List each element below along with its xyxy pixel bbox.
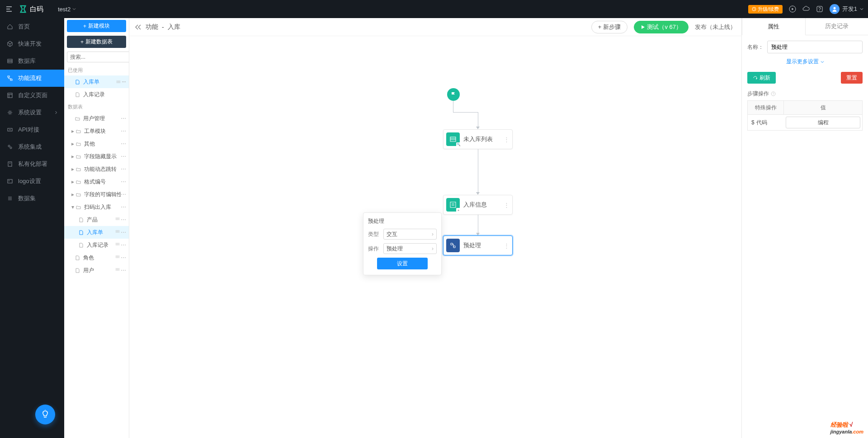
sidebar-item-dataset[interactable]: 数据集 (0, 190, 64, 207)
tree-item[interactable]: ▸工单模块⋯ (64, 125, 129, 137)
file-icon (75, 255, 81, 260)
collapse-button[interactable] (135, 24, 142, 30)
help-icon[interactable]: ? (816, 5, 823, 13)
col-value: 值 (784, 101, 862, 114)
tab-history[interactable]: 历史记录 (806, 18, 868, 35)
project-selector[interactable]: test2 (58, 6, 76, 13)
item-actions[interactable] (116, 80, 126, 84)
brand-logo[interactable]: 白码 (19, 5, 43, 14)
folder-icon (76, 205, 82, 210)
tree-item[interactable]: 入库单 ⋯ (64, 226, 129, 239)
caret-down-icon (72, 7, 76, 11)
more-icon[interactable]: ⋮ (504, 136, 509, 143)
sidebar-item-private[interactable]: 私有化部署 (0, 155, 64, 173)
caret-right-icon[interactable]: ▸ (71, 128, 75, 134)
caret-right-icon[interactable]: ▸ (71, 153, 75, 160)
menu-toggle-icon[interactable] (5, 5, 14, 14)
tree-item[interactable]: ▾扫码出入库⋯ (64, 201, 129, 213)
item-actions[interactable]: ⋯ (115, 267, 126, 273)
flow-canvas[interactable]: 🔍 未入库列表 ⋮ + 入库信息 ⋮ 预处理 ⋮ (129, 36, 741, 438)
cloud-icon[interactable] (802, 5, 810, 13)
tree-item[interactable]: 入库记录 ⋯ (64, 239, 129, 251)
caret-down-icon[interactable]: ▾ (71, 204, 75, 210)
more-icon[interactable]: ⋯ (121, 128, 126, 134)
sidebar-item-database[interactable]: 数据库 (0, 52, 64, 70)
used-item[interactable]: 入库单 (64, 75, 129, 88)
tree-item[interactable]: 产品 ⋯ (64, 213, 129, 226)
tree-item[interactable]: 用户 ⋯ (64, 264, 129, 277)
cube-icon (6, 40, 14, 47)
more-icon[interactable]: ⋯ (121, 191, 126, 198)
tree-item[interactable]: 角色 ⋯ (64, 251, 129, 264)
new-module-button[interactable]: +新建模块 (67, 20, 126, 32)
test-button[interactable]: 测试（v 67） (634, 21, 689, 33)
sidebar-item-settings[interactable]: 系统设置 (0, 104, 64, 121)
reset-button[interactable]: 重置 (841, 72, 863, 84)
chevron-right-icon (54, 111, 58, 114)
col-special: 特殊操作 (748, 101, 784, 114)
item-actions[interactable]: ⋯ (115, 242, 126, 248)
more-icon[interactable]: ⋯ (121, 204, 126, 210)
sidebar-item-integration[interactable]: 系统集成 (0, 138, 64, 155)
item-actions[interactable]: ⋯ (115, 229, 126, 235)
operation-select[interactable]: 预处理› (383, 243, 437, 254)
flow-node-preprocess[interactable]: 预处理 ⋮ (443, 235, 513, 255)
show-more-link[interactable]: 显示更多设置 (747, 58, 863, 66)
upgrade-button[interactable]: 升级/续费 (748, 5, 783, 14)
svg-point-4 (833, 7, 835, 9)
popup-title: 预处理 (368, 217, 437, 225)
refresh-button[interactable]: 刷新 (747, 72, 776, 84)
more-icon[interactable]: ⋯ (121, 141, 126, 147)
type-select[interactable]: 交互› (383, 229, 437, 240)
caret-right-icon[interactable]: ▸ (71, 141, 75, 147)
user-menu[interactable]: 开发1 (830, 4, 863, 14)
programming-button[interactable]: 编程 (786, 117, 860, 128)
sidebar-item-custompage[interactable]: 自定义页面 (0, 87, 64, 104)
primary-sidebar: 首页 快速开发 数据库 功能流程 自定义页面 系统设置 API对接 系统集成 私… (0, 18, 64, 438)
flow-node-list[interactable]: 🔍 未入库列表 ⋮ (443, 129, 513, 149)
item-actions[interactable]: ⋯ (115, 217, 126, 223)
more-icon[interactable]: ⋮ (504, 202, 509, 208)
start-node[interactable] (447, 88, 460, 101)
more-icon[interactable]: ⋯ (121, 166, 126, 172)
tree-item[interactable]: ▸格式编号⋯ (64, 175, 129, 188)
folder-icon (76, 141, 82, 146)
tree-item[interactable]: ▸字段隐藏显示⋯ (64, 150, 129, 163)
flow-node-info[interactable]: + 入库信息 ⋮ (443, 195, 513, 215)
search-input[interactable] (67, 52, 129, 62)
sidebar-item-quickdev[interactable]: 快速开发 (0, 35, 64, 52)
sidebar-item-flow[interactable]: 功能流程 (0, 70, 64, 87)
help-icon[interactable]: ? (771, 91, 776, 96)
step-config-popup: 预处理 类型 交互› 操作 预处理› 设置 (363, 212, 442, 275)
item-actions[interactable]: ⋯ (115, 254, 126, 261)
publish-link[interactable]: 发布（未上线） (695, 23, 736, 31)
tree-item[interactable]: ▸字段的可编辑性⋯ (64, 188, 129, 201)
sidebar-item-api[interactable]: API对接 (0, 121, 64, 138)
tree-item[interactable]: ▸其他⋯ (64, 137, 129, 150)
hint-button[interactable] (35, 405, 55, 424)
name-input[interactable] (767, 41, 863, 53)
svg-rect-7 (10, 79, 12, 80)
more-icon[interactable]: ⋯ (121, 115, 126, 122)
settings-button[interactable]: 设置 (377, 258, 428, 269)
folder-icon (76, 192, 82, 197)
more-icon[interactable]: ⋯ (121, 179, 126, 185)
more-icon[interactable]: ⋮ (504, 242, 509, 249)
svg-rect-22 (450, 202, 456, 207)
tree-item[interactable]: ▸功能动态跳转⋯ (64, 163, 129, 175)
svg-rect-5 (8, 59, 12, 63)
caret-right-icon[interactable]: ▸ (71, 191, 75, 198)
used-item[interactable]: 入库记录 (64, 88, 129, 101)
sidebar-item-home[interactable]: 首页 (0, 18, 64, 35)
caret-right-icon[interactable]: ▸ (71, 179, 75, 185)
new-step-button[interactable]: +新步骤 (591, 21, 628, 33)
tree-item[interactable]: 用户管理⋯ (64, 112, 129, 125)
project-name: test2 (58, 6, 71, 13)
operation-label: 操作 (368, 245, 381, 253)
tab-properties[interactable]: 属性 (742, 18, 806, 35)
new-table-button[interactable]: +新建数据表 (67, 36, 126, 48)
play-icon[interactable] (789, 5, 796, 13)
caret-right-icon[interactable]: ▸ (71, 166, 75, 172)
more-icon[interactable]: ⋯ (121, 153, 126, 160)
sidebar-item-logo[interactable]: logo设置 (0, 173, 64, 190)
